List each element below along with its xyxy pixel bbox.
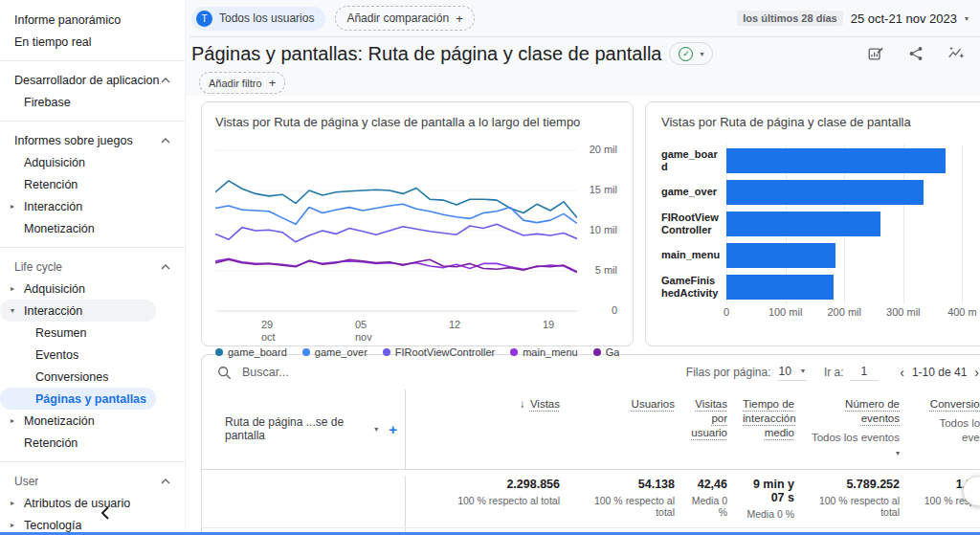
audience-chip[interactable]: T Todos los usuarios bbox=[191, 7, 325, 31]
legend-item-game_board: game_board bbox=[215, 346, 287, 358]
sidebar-item-eventos[interactable]: Eventos bbox=[0, 344, 185, 366]
date-range-value: 25 oct-21 nov 2023 bbox=[851, 11, 957, 26]
pagination-controls: Filas por página: 10 ▾ Ir a: 1 ‹ 1-10 de… bbox=[686, 365, 980, 381]
column-header-usuarios[interactable]: Usuarios bbox=[573, 390, 688, 469]
sidebar-item-páginas-y-pantallas[interactable]: Páginas y pantallas bbox=[0, 388, 156, 410]
edit-chart-icon bbox=[867, 45, 884, 62]
sidebar-item-monetización[interactable]: ▸Monetización bbox=[0, 410, 185, 432]
sidebar-divider bbox=[0, 461, 185, 462]
legend-dot-icon bbox=[510, 348, 518, 356]
insights-sparkline-icon bbox=[947, 45, 965, 62]
column-subfilter[interactable]: Todos los eventos ▾ bbox=[810, 431, 900, 459]
y-axis-tick: 5 mil bbox=[595, 264, 617, 276]
legend-dot-icon bbox=[302, 348, 310, 356]
collapse-arrow-icon: ▾ bbox=[8, 306, 17, 315]
column-header-tiempo-de-interacci-n-medio[interactable]: Tiempo de interacción medio bbox=[741, 390, 808, 469]
chevron-left-icon bbox=[100, 506, 111, 520]
chevron-down-icon: ▾ bbox=[374, 425, 378, 434]
sidebar-item-conversiones[interactable]: Conversiones bbox=[0, 366, 185, 388]
plus-icon: + bbox=[456, 11, 463, 26]
bar-row[interactable]: game_over bbox=[661, 176, 980, 208]
chevron-up-icon bbox=[161, 264, 170, 270]
line-chart-title: Vistas por Ruta de página y clase de pan… bbox=[215, 115, 619, 129]
legend-item-GameFinishedActivity: GameFinishedActivity bbox=[593, 346, 619, 358]
chevron-down-icon: ▾ bbox=[700, 50, 703, 58]
date-range-hint: los últimos 28 días bbox=[737, 11, 842, 26]
rows-per-page-select[interactable]: 10 ▾ bbox=[777, 365, 807, 381]
table-header-row: Ruta de página ...se de pantalla ▾ + ↓ V… bbox=[202, 390, 980, 470]
sidebar-item-monetización[interactable]: Monetización bbox=[0, 217, 185, 239]
insights-button[interactable] bbox=[947, 45, 965, 62]
sidebar-item-adquisición[interactable]: ▸Adquisición bbox=[0, 278, 185, 300]
sidebar-item-resumen[interactable]: Resumen bbox=[0, 322, 185, 344]
sidebar-item-atributos-de-usuario[interactable]: ▸Atributos de usuario bbox=[0, 492, 185, 514]
previous-page-button[interactable]: ‹ bbox=[896, 365, 908, 380]
legend-dot-icon bbox=[593, 348, 601, 356]
chevron-down-icon: ▾ bbox=[965, 14, 969, 23]
report-status-dropdown[interactable]: ✓ ▾ bbox=[669, 42, 713, 65]
chevron-down-icon: ▾ bbox=[801, 367, 805, 375]
add-dimension-button[interactable]: + bbox=[389, 421, 397, 437]
sidebar-item-desarrollador-de-aplicacion-[interactable]: Desarrollador de aplicacion... bbox=[0, 69, 185, 91]
chevron-down-icon: ▾ bbox=[896, 449, 900, 457]
column-header-vistas[interactable]: ↓ Vistas bbox=[406, 390, 573, 469]
sidebar-item-life-cycle[interactable]: Life cycle bbox=[0, 256, 185, 278]
bar-row[interactable]: game_board bbox=[661, 145, 980, 176]
next-page-button[interactable]: › bbox=[970, 365, 980, 380]
y-axis-tick: 20 mil bbox=[590, 144, 617, 155]
sidebar-item-interacción[interactable]: ▾Interacción bbox=[0, 300, 156, 322]
sidebar-item-retención[interactable]: Retención bbox=[0, 173, 185, 195]
dimension-header[interactable]: Ruta de página ...se de pantalla ▾ + bbox=[202, 390, 406, 469]
bar-row[interactable]: FIRootViewController bbox=[661, 208, 980, 239]
sidebar-item-informes-sobre-juegos[interactable]: Informes sobre juegos bbox=[0, 129, 185, 151]
expand-arrow-icon: ▸ bbox=[8, 416, 17, 425]
audience-avatar: T bbox=[196, 11, 212, 27]
sidebar-item-retención[interactable]: Retención bbox=[0, 432, 185, 454]
sidebar-item-user[interactable]: User bbox=[0, 470, 185, 492]
x-axis-tick: 200 mil bbox=[827, 306, 860, 318]
line-chart-card: Vistas por Ruta de página y clase de pan… bbox=[201, 101, 634, 346]
sort-descending-icon: ↓ bbox=[520, 397, 525, 412]
line-chart-y-axis: 20 mil15 mil10 mil5 mil0 bbox=[577, 139, 619, 317]
search-input[interactable] bbox=[240, 365, 678, 380]
bar-category-label: FIRootViewController bbox=[661, 212, 726, 236]
report-header: T Todos los usuarios Añadir comparación … bbox=[186, 0, 980, 96]
collapse-sidebar-button[interactable] bbox=[100, 506, 111, 524]
add-comparison-button[interactable]: Añadir comparación + bbox=[335, 6, 474, 31]
customize-report-button[interactable] bbox=[867, 45, 884, 62]
bar-chart-card: Vistas por Ruta de página y clase de pan… bbox=[645, 101, 980, 346]
legend-dot-icon bbox=[215, 348, 223, 356]
legend-item-main_menu: main_menu bbox=[510, 346, 577, 358]
sidebar-item-firebase[interactable]: Firebase bbox=[0, 91, 185, 113]
sidebar-item-en-tiempo-real[interactable]: En tiempo real bbox=[0, 31, 185, 53]
add-filter-button[interactable]: Añadir filtro + bbox=[199, 72, 285, 94]
charts-row: Vistas por Ruta de página y clase de pan… bbox=[201, 101, 980, 346]
share-icon bbox=[907, 45, 924, 62]
bar-row[interactable]: GameFinishedActivity bbox=[661, 271, 980, 302]
table-toolbar: Filas por página: 10 ▾ Ir a: 1 ‹ 1-10 de… bbox=[202, 355, 980, 390]
y-axis-tick: 10 mil bbox=[590, 224, 617, 235]
goto-page-input[interactable]: 1 bbox=[850, 365, 880, 381]
report-actions bbox=[867, 45, 965, 62]
x-axis-tick: 0 bbox=[724, 306, 729, 318]
pagination-range: 1-10 de 41 bbox=[912, 366, 967, 379]
column-header-n-mero-de-eventos[interactable]: Número de eventosTodos los eventos ▾ bbox=[808, 390, 913, 469]
column-header-visitas-por-usuario[interactable]: Visitas por usuario bbox=[688, 390, 741, 469]
report-nav: Informe panorámicoEn tiempo realDesarrol… bbox=[0, 0, 185, 535]
sidebar-item-interacción[interactable]: ▸Interacción bbox=[0, 195, 185, 217]
date-range-picker[interactable]: los últimos 28 días 25 oct-21 nov 2023 ▾ bbox=[737, 11, 969, 26]
sidebar: Informe panorámicoEn tiempo realDesarrol… bbox=[0, 0, 186, 535]
line-chart-x-axis: 29oct05nov1219 bbox=[215, 319, 577, 344]
rows-per-page-label: Filas por página: bbox=[686, 366, 771, 379]
sidebar-item-informe-panorámico[interactable]: Informe panorámico bbox=[0, 9, 185, 31]
bar bbox=[726, 148, 946, 173]
bar bbox=[726, 275, 834, 300]
bar-row[interactable]: main_menu bbox=[661, 239, 980, 271]
legend-dot-icon bbox=[383, 348, 390, 356]
column-header-conversion[interactable]: ConversionTodos los even bbox=[913, 390, 980, 469]
title-bar: Páginas y pantallas: Ruta de página y cl… bbox=[189, 37, 980, 70]
share-report-button[interactable] bbox=[907, 45, 924, 62]
column-subfilter[interactable]: Todos los even bbox=[915, 416, 980, 445]
sidebar-item-adquisición[interactable]: Adquisición bbox=[0, 151, 185, 173]
y-axis-tick: 0 bbox=[612, 304, 617, 316]
